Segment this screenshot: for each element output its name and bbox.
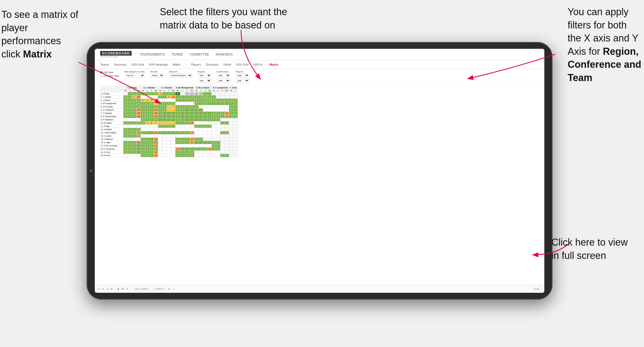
- matrix-cell: 4: [212, 147, 216, 151]
- matrix-cell: 1: [145, 131, 149, 134]
- matrix-cell: [233, 141, 238, 144]
- matrix-cell: [149, 134, 154, 138]
- matrix-cell: 2: [145, 141, 149, 144]
- matrix-cell: 0: [136, 121, 141, 125]
- col-header-mlasasso: 5. M La Sasso: [194, 86, 212, 89]
- watch-button[interactable]: ⊙ Watch ▾: [152, 287, 166, 291]
- nav-tournaments[interactable]: TOURNAMENTS: [140, 53, 165, 56]
- sub-col-t5: T: [203, 89, 207, 92]
- conference-x-select[interactable]: (All): [217, 73, 230, 78]
- matrix-cell: [171, 141, 175, 144]
- matrix-cell: [225, 125, 229, 128]
- sub-col-w1: W: [123, 89, 128, 92]
- matrix-cell: [158, 121, 162, 125]
- matrix-cell: -6: [225, 99, 229, 102]
- matrix-cell: [167, 121, 171, 125]
- subnav-players[interactable]: Players: [191, 63, 201, 66]
- back-icon[interactable]: ◁: [106, 287, 108, 290]
- player-name-cell: 7. G Sargent: [100, 112, 123, 115]
- division-filter: Division NCAA Division I: [169, 70, 192, 78]
- matrix-cell: -1: [154, 151, 158, 154]
- matrix-cell: [212, 154, 216, 157]
- player-name-cell: 8. P Summerhays: [100, 115, 123, 118]
- nav-rankings[interactable]: RANKINGS: [216, 53, 233, 56]
- max-players-select[interactable]: Top 25: [125, 73, 145, 78]
- share-button[interactable]: Share: [532, 287, 542, 291]
- matrix-cell: [212, 121, 216, 125]
- subnav-summary[interactable]: Summary: [114, 63, 126, 66]
- matrix-cell: 17: [175, 92, 180, 95]
- matrix-cell: [220, 151, 225, 154]
- players-y-select[interactable]: (All): [236, 79, 249, 83]
- matrix-cell: 0: [194, 99, 199, 102]
- matrix-cell: 1: [216, 141, 220, 144]
- matrix-cell: [207, 151, 212, 154]
- subnav-summary2[interactable]: Summary: [206, 63, 219, 66]
- matrix-cell: [180, 134, 185, 138]
- matrix-cell: 1: [123, 134, 128, 138]
- matrix-cell: [220, 108, 225, 112]
- matrix-cell: [171, 134, 175, 138]
- undo-icon[interactable]: ↩: [97, 287, 100, 290]
- matrix-cell: [216, 138, 220, 141]
- matrix-cell: 1: [233, 99, 238, 102]
- subnav-teams[interactable]: Teams: [100, 63, 109, 66]
- matrix-cell: [220, 105, 225, 108]
- view-original-button[interactable]: View: Original: [133, 287, 150, 291]
- matrix-cell: -1: [171, 95, 175, 99]
- refresh-icon[interactable]: ⟳: [110, 287, 113, 290]
- matrix-cell: 0: [154, 147, 158, 151]
- matrix-cell: 8: [190, 141, 194, 144]
- matrix-cell: 1: [216, 118, 220, 121]
- subnav-detail[interactable]: Detail: [223, 63, 231, 66]
- matrix-cell: 1: [128, 115, 132, 118]
- matrix-cell: 2: [141, 141, 145, 144]
- full-view-option[interactable]: Full View: [100, 71, 119, 74]
- matrix-cell: 4: [207, 125, 212, 128]
- matrix-cell: [123, 125, 128, 128]
- matrix-cell: [167, 108, 171, 112]
- matrix-cell: [233, 154, 238, 157]
- nav-teams[interactable]: TEAMS: [171, 53, 183, 56]
- redo-icon[interactable]: ↪: [102, 287, 104, 290]
- matrix-cell: [123, 138, 128, 141]
- matrix-cell: [207, 108, 212, 112]
- matrix-cell: [233, 95, 238, 99]
- gender-select[interactable]: Men's: [150, 73, 164, 78]
- region-x-select[interactable]: N/A: [198, 73, 211, 78]
- conference-y-select[interactable]: (All): [217, 79, 230, 83]
- grid-icon[interactable]: ⊞: [122, 287, 124, 290]
- matrix-cell: [171, 115, 175, 118]
- players-x-select[interactable]: (All): [236, 73, 249, 78]
- annotation-tr-l3: the X axis and Y: [568, 33, 639, 44]
- matrix-cell: -10: [207, 147, 212, 151]
- matrix-cell: 13: [190, 99, 194, 102]
- matrix-cell: -16: [154, 115, 158, 118]
- matrix-cell: 0: [171, 102, 175, 105]
- subnav-h2h-grid2[interactable]: H2H Grid: [236, 63, 248, 66]
- conference-filter: Conference (All) (All): [217, 70, 230, 83]
- region-y-select[interactable]: N/A: [198, 79, 211, 83]
- division-select[interactable]: NCAA Division I: [169, 73, 192, 78]
- matrix-cell: [175, 125, 180, 128]
- matrix-cell: 0: [149, 108, 154, 112]
- zoom-icon[interactable]: ⊕: [117, 287, 119, 290]
- settings-icon[interactable]: ⊙: [126, 287, 128, 290]
- subnav-h2h-h[interactable]: H2H H...: [253, 63, 265, 66]
- expand-icon[interactable]: ⤢: [173, 288, 175, 290]
- matrix-cell: [212, 131, 216, 134]
- nav-committee[interactable]: COMMITTEE: [190, 53, 209, 56]
- subnav-matrix-active[interactable]: Matrix: [269, 63, 278, 66]
- matrix-cell: [132, 118, 136, 121]
- matrix-cell: [185, 112, 190, 115]
- subnav-matrix[interactable]: Matrix: [173, 63, 181, 66]
- matrix-cell: 0: [149, 141, 154, 144]
- matrix-cell: [233, 128, 238, 131]
- subnav-h2h-grid[interactable]: H2H Grid: [131, 63, 144, 66]
- matrix-cell: [207, 102, 212, 105]
- matrix-cell: 3: [158, 105, 162, 108]
- screen-icon[interactable]: ⊡: [168, 288, 170, 290]
- subnav-h2h-heatmap[interactable]: H2H Heatmap: [149, 63, 168, 66]
- sub-col-dif6: Dif: [225, 89, 229, 92]
- compact-view-option[interactable]: Compact View: [100, 75, 119, 77]
